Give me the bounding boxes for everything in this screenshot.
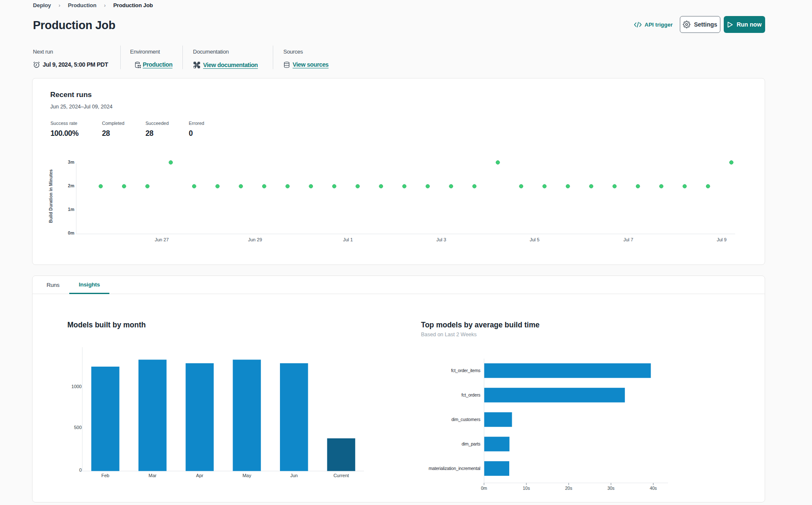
svg-text:2m: 2m xyxy=(68,183,74,188)
svg-text:0m: 0m xyxy=(481,486,487,491)
svg-text:fct_orders: fct_orders xyxy=(462,392,481,397)
svg-text:Jul 5: Jul 5 xyxy=(530,237,539,242)
svg-text:Build Duration in Minutes: Build Duration in Minutes xyxy=(48,169,53,223)
svg-text:0m: 0m xyxy=(68,230,74,235)
svg-text:May: May xyxy=(242,473,251,478)
svg-text:materialization_incremental: materialization_incremental xyxy=(429,466,480,471)
svg-text:Jul 9: Jul 9 xyxy=(717,237,726,242)
svg-text:Jun: Jun xyxy=(290,473,298,478)
svg-text:fct_order_items: fct_order_items xyxy=(451,368,480,373)
svg-text:500: 500 xyxy=(74,425,81,430)
svg-text:30s: 30s xyxy=(607,486,614,491)
svg-text:Jul 7: Jul 7 xyxy=(623,237,633,242)
svg-text:40s: 40s xyxy=(650,486,657,491)
svg-text:dim_parts: dim_parts xyxy=(462,441,480,446)
svg-text:Apr: Apr xyxy=(196,473,203,478)
svg-text:1m: 1m xyxy=(68,207,74,212)
svg-text:Jul 3: Jul 3 xyxy=(436,237,446,242)
svg-text:3m: 3m xyxy=(68,159,74,165)
svg-text:Current: Current xyxy=(334,473,349,478)
svg-text:1000: 1000 xyxy=(71,384,81,389)
svg-text:dim_customers: dim_customers xyxy=(451,417,481,422)
svg-text:10s: 10s xyxy=(523,486,530,491)
svg-text:20s: 20s xyxy=(565,486,572,491)
svg-text:Jul 1: Jul 1 xyxy=(343,237,353,242)
svg-text:Feb: Feb xyxy=(101,473,109,478)
svg-text:0: 0 xyxy=(79,467,81,473)
svg-text:Mar: Mar xyxy=(149,473,157,478)
svg-text:Jun 29: Jun 29 xyxy=(248,237,262,242)
svg-text:Jun 27: Jun 27 xyxy=(155,237,168,242)
